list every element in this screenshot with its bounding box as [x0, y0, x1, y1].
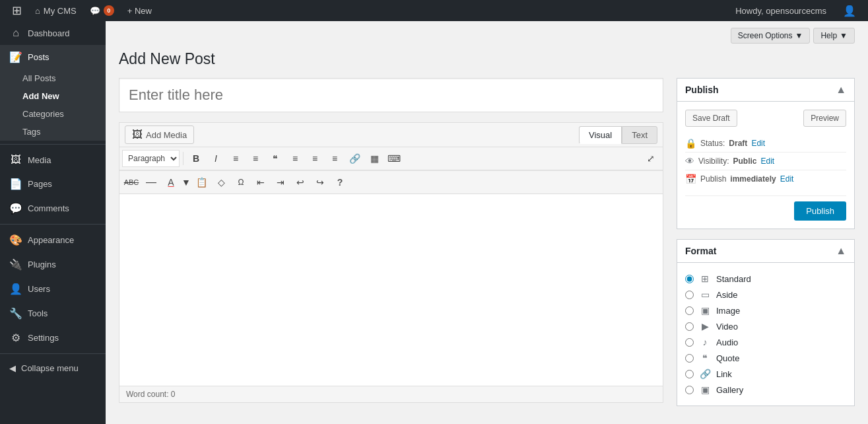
toolbar-undo-button[interactable]: ↩ — [291, 174, 310, 191]
format-list: ⊞ Standard ▭ Aside ▣ Image — [685, 271, 846, 398]
format-radio-image[interactable] — [685, 306, 694, 315]
publish-time-edit-link[interactable]: Edit — [780, 174, 794, 184]
sidebar-item-dashboard[interactable]: ⌂ Dashboard — [0, 21, 106, 45]
toolbar-special-char-button[interactable]: Ω — [232, 174, 250, 191]
collapse-menu-button[interactable]: ◀ Collapse menu — [0, 357, 106, 379]
sidebar-item-users[interactable]: 👤 Users — [0, 277, 106, 301]
status-edit-link[interactable]: Edit — [751, 139, 765, 148]
format-radio-quote[interactable] — [685, 354, 694, 363]
menu-separator-1 — [0, 144, 106, 145]
visibility-edit-link[interactable]: Edit — [760, 157, 774, 166]
toolbar-align-right-button[interactable]: ≡ — [325, 150, 344, 167]
site-name-label: My CMS — [44, 6, 77, 16]
format-aside-label[interactable]: Aside — [716, 290, 738, 300]
word-count-bar: Word count: 0 — [119, 386, 663, 402]
publish-button[interactable]: Publish — [794, 201, 846, 221]
sidebar-item-pages[interactable]: 📄 Pages — [0, 172, 106, 196]
toolbar-text-color-button[interactable]: A — [162, 174, 180, 191]
format-select[interactable]: Paragraph Heading 1 Heading 2 Heading 3 — [122, 150, 180, 167]
tab-visual[interactable]: Visual — [579, 126, 622, 144]
toolbar-expand-button[interactable]: ⤢ — [642, 150, 660, 167]
sidebar-item-users-label: Users — [28, 284, 50, 294]
adminbar-wp-logo[interactable]: ⊞ — [5, 0, 28, 21]
sidebar-item-plugins[interactable]: 🔌 Plugins — [0, 252, 106, 277]
format-video-label[interactable]: Video — [716, 322, 738, 332]
editor-body[interactable] — [119, 194, 663, 386]
toolbar-outdent-button[interactable]: ⇤ — [251, 174, 270, 191]
sidebar-item-media[interactable]: 🖼 Media — [0, 148, 106, 172]
publish-postbox-header[interactable]: Publish ▲ — [677, 79, 854, 102]
toolbar-align-left-button[interactable]: ≡ — [286, 150, 304, 167]
sidebar-item-comments[interactable]: 💬 Comments — [0, 196, 106, 221]
sidebar-item-settings-label: Settings — [28, 333, 59, 343]
page-header-end: Screen Options ▼ Help ▼ — [119, 21, 855, 47]
format-standard-label[interactable]: Standard — [716, 274, 751, 284]
site-home-icon: ⌂ — [35, 6, 40, 16]
page-title: Add New Post — [119, 50, 855, 68]
toolbar-italic-button[interactable]: I — [207, 150, 225, 167]
format-link-label[interactable]: Link — [716, 369, 732, 379]
toolbar-blockquote-button[interactable]: ❝ — [266, 150, 284, 167]
sidebar-item-settings[interactable]: ⚙ Settings — [0, 326, 106, 350]
categories-label: Categories — [22, 109, 64, 119]
sidebar-item-add-new[interactable]: Add New — [0, 87, 106, 105]
wp-icon: ⊞ — [12, 3, 22, 18]
toolbar-help-button[interactable]: ? — [331, 174, 349, 191]
sidebar-item-tags[interactable]: Tags — [0, 123, 106, 141]
word-count-value: 0 — [171, 390, 176, 399]
format-postbox-header[interactable]: Format ▲ — [677, 240, 854, 263]
format-item-standard: ⊞ Standard — [685, 271, 846, 287]
sidebar-item-media-label: Media — [28, 155, 51, 165]
toolbar-redo-button[interactable]: ↪ — [311, 174, 329, 191]
post-title-input[interactable] — [119, 78, 663, 112]
format-item-link: 🔗 Link — [685, 366, 846, 382]
adminbar-site-name[interactable]: ⌂ My CMS — [28, 0, 83, 21]
adminbar-new[interactable]: + New — [121, 0, 158, 21]
toolbar-ul-button[interactable]: ≡ — [226, 150, 245, 167]
toolbar-indent-button[interactable]: ⇥ — [271, 174, 290, 191]
toolbar-ol-button[interactable]: ≡ — [246, 150, 265, 167]
toolbar-bold-button[interactable]: B — [187, 150, 205, 167]
format-radio-aside[interactable] — [685, 291, 694, 299]
sidebar-item-categories[interactable]: Categories — [0, 105, 106, 123]
save-draft-button[interactable]: Save Draft — [685, 110, 737, 127]
sidebar-item-posts[interactable]: 📝 Posts — [0, 45, 106, 69]
sidebar-item-tools[interactable]: 🔧 Tools — [0, 301, 106, 326]
sidebar-item-appearance[interactable]: 🎨 Appearance — [0, 228, 106, 252]
editor-tab-buttons: Visual Text — [579, 126, 657, 144]
screen-options-button[interactable]: Screen Options ▼ — [731, 28, 811, 44]
preview-button[interactable]: Preview — [803, 110, 846, 127]
toolbar-strikethrough-button[interactable]: ABC — [122, 174, 141, 191]
format-radio-audio[interactable] — [685, 338, 694, 347]
toolbar-hr-button[interactable]: — — [142, 174, 160, 191]
toolbar-align-center-button[interactable]: ≡ — [306, 150, 324, 167]
save-draft-label: Save Draft — [692, 114, 730, 123]
format-radio-link[interactable] — [685, 370, 694, 378]
toolbar-keyboard-button[interactable]: ⌨ — [385, 150, 403, 167]
add-media-button[interactable]: 🖼 Add Media — [125, 125, 194, 144]
publish-misc-list: 🔒 Status: Draft Edit 👁 Visibility: Publi… — [685, 135, 846, 188]
toolbar-text-color-dropdown[interactable]: ▼ — [182, 174, 191, 191]
sidebar-item-appearance-label: Appearance — [28, 235, 74, 245]
sidebar-item-all-posts[interactable]: All Posts — [0, 69, 106, 87]
main-content: Screen Options ▼ Help ▼ Add New Post — [106, 21, 868, 424]
toolbar-paste-button[interactable]: 📋 — [192, 174, 211, 191]
format-gallery-label[interactable]: Gallery — [716, 385, 743, 395]
editor-tabs-row: 🖼 Add Media Visual Text — [119, 123, 663, 147]
help-button[interactable]: Help ▼ — [813, 28, 855, 44]
format-link-icon: 🔗 — [699, 369, 711, 379]
format-radio-video[interactable] — [685, 322, 694, 331]
format-image-label[interactable]: Image — [716, 306, 740, 316]
format-quote-label[interactable]: Quote — [716, 353, 739, 363]
toolbar-more-button[interactable]: ▦ — [365, 150, 384, 167]
format-radio-gallery[interactable] — [685, 386, 694, 394]
screen-options-label: Screen Options — [738, 31, 793, 40]
format-radio-standard[interactable] — [685, 275, 694, 283]
tab-text[interactable]: Text — [622, 126, 657, 144]
word-count-label: Word count: — [126, 390, 168, 399]
adminbar-comments[interactable]: 💬 0 — [83, 0, 121, 21]
toolbar-link-button[interactable]: 🔗 — [345, 150, 364, 167]
sidebar-item-tools-label: Tools — [28, 308, 48, 318]
toolbar-clear-format-button[interactable]: ◇ — [212, 174, 230, 191]
format-audio-label[interactable]: Audio — [716, 337, 738, 347]
